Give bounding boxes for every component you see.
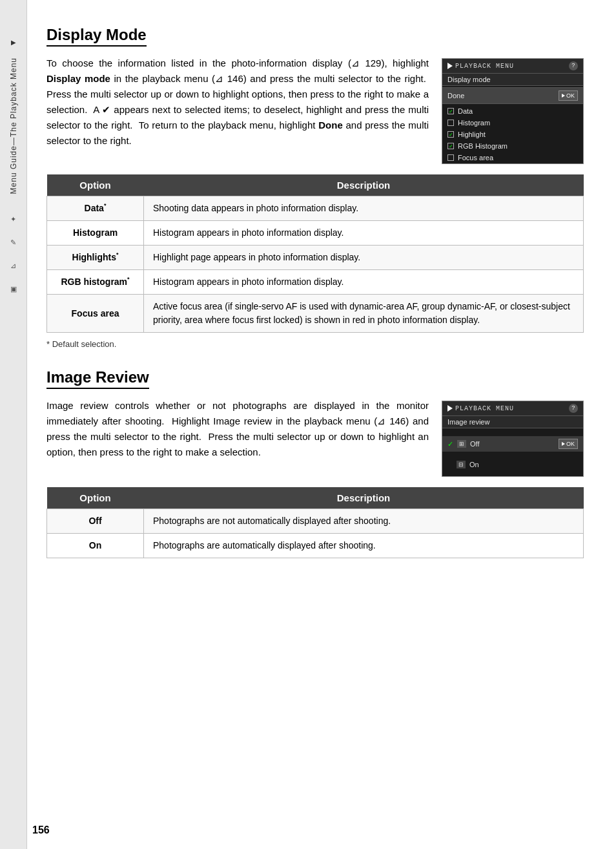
cam1-label-rgb: RGB Histogram xyxy=(458,142,508,150)
cam1-header: PLAYBACK MENU ? xyxy=(442,59,583,74)
cam2-label-on: On xyxy=(469,461,479,468)
cam2-check-off: ✓ xyxy=(447,440,453,448)
cam1-done-row: Done OK xyxy=(442,87,583,104)
sidebar-icon-3: ⊿ xyxy=(8,260,19,271)
table-row: RGB histogram* Histogram appears in phot… xyxy=(47,270,584,295)
desc-data: Shooting data appears in photo informati… xyxy=(144,196,584,221)
sidebar-icon-2: ✎ xyxy=(8,236,19,248)
cam1-ok-button: OK xyxy=(559,90,578,101)
cam1-label-histogram: Histogram xyxy=(458,119,490,127)
sidebar-icon-1: ✦ xyxy=(8,213,19,225)
cam1-question-icon: ? xyxy=(569,61,578,70)
table-row: Focus area Active focus area (if single-… xyxy=(47,295,584,333)
footnote1: * Default selection. xyxy=(46,339,584,349)
option-histogram: Histogram xyxy=(47,221,144,246)
cam1-item-focus: Focus area xyxy=(442,152,583,163)
cam2-spacer3 xyxy=(442,471,583,476)
cam2-header-left: PLAYBACK MENU xyxy=(447,405,514,412)
top-section: To choose the information listed in the … xyxy=(46,56,584,164)
table-display-mode: Option Description Data* Shooting data a… xyxy=(46,174,584,333)
main-content: Display Mode To choose the information l… xyxy=(27,0,616,849)
cam2-play-icon xyxy=(447,405,453,412)
cam1-label-highlight: Highlight xyxy=(458,131,486,138)
option-focus-area: Focus area xyxy=(47,295,144,333)
icon-ref-2: ⊿ xyxy=(215,73,223,84)
cam2-title: PLAYBACK MENU xyxy=(455,405,514,412)
cam1-label-data: Data xyxy=(458,107,473,115)
cam2-question-icon: ? xyxy=(569,404,578,413)
desc-histogram: Histogram appears in photo information d… xyxy=(144,221,584,246)
cam1-check-rgb: ✓ xyxy=(447,143,454,149)
cam1-play-icon xyxy=(447,63,453,69)
table2-header-description: Description xyxy=(144,487,584,509)
desc-focus-area: Active focus area (if single-servo AF is… xyxy=(144,295,584,333)
bold-display-mode: Display mode xyxy=(46,73,110,84)
cam2-spacer2 xyxy=(442,452,583,458)
cam1-title: PLAYBACK MENU xyxy=(455,63,514,70)
page-number: 156 xyxy=(32,824,50,836)
cam1-header-left: PLAYBACK MENU xyxy=(447,63,514,70)
desc-rgb-histogram: Histogram appears in photo information d… xyxy=(144,270,584,295)
table-image-review: Option Description Off Photographs are n… xyxy=(46,487,584,558)
cam2-subtitle: Image review xyxy=(442,416,583,428)
cam1-check-histogram xyxy=(447,120,454,126)
option-data: Data* xyxy=(47,196,144,221)
section-image-review: Image Review Image review controls wheth… xyxy=(46,368,584,558)
table-row: Histogram Histogram appears in photo inf… xyxy=(47,221,584,246)
cam1-item-data: ✓ Data xyxy=(442,105,583,117)
cam2-ok-label: OK xyxy=(566,441,575,447)
option-rgb-histogram: RGB histogram* xyxy=(47,270,144,295)
option-off: Off xyxy=(47,509,144,534)
screenshot-image-review: PLAYBACK MENU ? Image review ✓ ⊞ Off OK xyxy=(442,401,584,477)
cam1-done-label: Done xyxy=(447,92,464,100)
section1-body-text: To choose the information listed in the … xyxy=(46,56,429,164)
sidebar-icon-4: ▣ xyxy=(8,283,19,295)
sidebar: ▶ Menu Guide—The Playback Menu ✦ ✎ ⊿ ▣ xyxy=(0,0,27,849)
cam1-label-focus: Focus area xyxy=(458,154,493,162)
cam1-subtitle: Display mode xyxy=(442,74,583,86)
playback-icon: ▶ xyxy=(11,39,16,46)
sidebar-icons: ✦ ✎ ⊿ ▣ xyxy=(8,213,19,295)
table-row: Off Photographs are not automatically di… xyxy=(47,509,584,534)
cam2-icon-on: ⊟ xyxy=(457,461,466,468)
cam1-item-rgb: ✓ RGB Histogram xyxy=(442,140,583,152)
table1-header-option: Option xyxy=(47,174,144,196)
cam2-header: PLAYBACK MENU ? xyxy=(442,401,583,416)
desc-on: Photographs are automatically displayed … xyxy=(144,534,584,558)
icon-ref-3: ⊿ xyxy=(377,415,385,426)
table-row: Data* Shooting data appears in photo inf… xyxy=(47,196,584,221)
cam2-spacer1 xyxy=(442,428,583,436)
icon-ref-1: ⊿ xyxy=(351,58,360,68)
table1-header-description: Description xyxy=(144,174,584,196)
cam2-icon-off: ⊞ xyxy=(457,440,466,448)
cam2-ok-arrow xyxy=(562,442,565,446)
section1-title: Display Mode xyxy=(46,26,147,47)
option-highlights: Highlights* xyxy=(47,246,144,270)
bold-done: Done xyxy=(318,120,343,131)
table-row: On Photographs are automatically display… xyxy=(47,534,584,558)
desc-highlights: Highlight page appears in photo informat… xyxy=(144,246,584,270)
section2-body-text: Image review controls whether or not pho… xyxy=(46,398,429,477)
table2-header-option: Option xyxy=(47,487,144,509)
screenshot-display-mode: PLAYBACK MENU ? Display mode Done OK ✓ xyxy=(442,58,584,164)
option-on: On xyxy=(47,534,144,558)
cam2-label-off: Off xyxy=(470,440,479,448)
bold-image-review2: Image review xyxy=(213,415,272,426)
cam1-item-highlight: ✓ Highlight xyxy=(442,129,583,140)
cam1-ok-arrow xyxy=(562,94,565,98)
cam1-check-data: ✓ xyxy=(447,108,454,114)
cam1-item-histogram: Histogram xyxy=(442,117,583,129)
desc-off: Photographs are not automatically displa… xyxy=(144,509,584,534)
cam1-check-highlight: ✓ xyxy=(447,131,454,138)
cam2-row-off: ✓ ⊞ Off OK xyxy=(442,436,583,452)
page: ▶ Menu Guide—The Playback Menu ✦ ✎ ⊿ ▣ D… xyxy=(0,0,616,849)
bold-image-review: Image review xyxy=(46,400,108,411)
cam1-check-focus xyxy=(447,154,454,161)
cam1-ok-label: OK xyxy=(566,92,575,99)
sidebar-label: Menu Guide—The Playback Menu xyxy=(9,51,18,200)
table-row: Highlights* Highlight page appears in ph… xyxy=(47,246,584,270)
mid-section: Image review controls whether or not pho… xyxy=(46,398,584,477)
section2-title: Image Review xyxy=(46,368,149,389)
section-display-mode: Display Mode To choose the information l… xyxy=(46,26,584,349)
cam2-row-on: ⊟ On xyxy=(442,458,583,471)
